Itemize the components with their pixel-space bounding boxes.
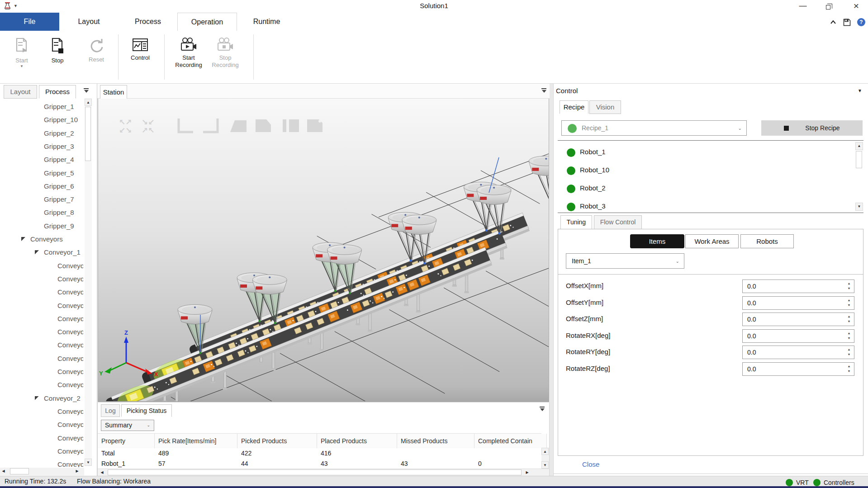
tree-item-conveyor_1[interactable]: Conveyor_1: [0, 246, 83, 259]
collapse-panel-icon[interactable]: ▼: [858, 88, 862, 93]
collapse-ribbon-icon[interactable]: [830, 19, 837, 25]
robot-row-robot_1[interactable]: Robot_1: [554, 144, 852, 162]
tree-item-gripper_5[interactable]: Gripper_5: [0, 166, 83, 180]
control-button[interactable]: Control: [126, 33, 155, 81]
segment-work-areas[interactable]: Work Areas: [685, 234, 739, 248]
tree-item-conveyo[interactable]: Conveyo: [0, 458, 83, 467]
robot-row-robot_2[interactable]: Robot_2: [554, 180, 852, 198]
spinner[interactable]: ▲▼: [846, 347, 852, 358]
field-input-rotaterzdeg[interactable]: 0.0▲▼: [742, 362, 854, 376]
ribbon-tab-operation[interactable]: Operation: [177, 13, 237, 31]
left-tab-process[interactable]: Process: [39, 85, 76, 99]
tuning-tab-flow-control[interactable]: Flow Control: [594, 215, 642, 229]
close-button[interactable]: ×: [846, 0, 867, 13]
spinner[interactable]: ▲▼: [846, 298, 852, 308]
table-vertical-scrollbar[interactable]: ▲ ▼: [541, 448, 549, 469]
robot-list-scrollbar[interactable]: ▲ ▼: [855, 142, 863, 211]
tree-item-conveyo[interactable]: Conveyo: [0, 378, 83, 391]
scroll-up-icon[interactable]: ▲: [85, 99, 92, 106]
tree-item-gripper_4[interactable]: Gripper_4: [0, 153, 83, 166]
tree-item-gripper_6[interactable]: Gripper_6: [0, 180, 83, 193]
tree-item-gripper_3[interactable]: Gripper_3: [0, 140, 83, 153]
tree-item-conveyo[interactable]: Conveyo: [0, 299, 83, 312]
tree-item-conveyo[interactable]: Conveyo: [0, 445, 83, 458]
tree-item-conveyo[interactable]: Conveyo: [0, 338, 83, 351]
ribbon-tab-file[interactable]: File: [0, 13, 59, 31]
tab-station[interactable]: Station: [100, 85, 127, 99]
recipe-selector[interactable]: Recipe_1 ⌄: [561, 120, 747, 136]
tree-item-conveyor_2[interactable]: Conveyor_2: [0, 392, 83, 405]
spinner[interactable]: ▲▼: [846, 281, 852, 292]
item-selector[interactable]: Item_1 ⌄: [566, 253, 684, 269]
expander-icon[interactable]: [21, 237, 25, 241]
ribbon-tab-process[interactable]: Process: [119, 13, 177, 31]
table-horizontal-scrollbar[interactable]: ◀ ▶: [98, 469, 549, 476]
bottom-tab-picking-status[interactable]: Picking Status: [121, 404, 172, 417]
ribbon-tab-layout[interactable]: Layout: [59, 13, 119, 31]
expander-icon[interactable]: [35, 396, 39, 400]
scroll-up-icon[interactable]: ▲: [855, 142, 863, 150]
tuning-tab-tuning[interactable]: Tuning: [560, 215, 592, 229]
stop-button[interactable]: Stop: [43, 33, 71, 81]
field-input-offsetxmm[interactable]: 0.0▲▼: [742, 280, 854, 293]
minimize-button[interactable]: —: [792, 0, 813, 13]
control-tab-recipe[interactable]: Recipe: [560, 100, 588, 114]
scroll-thumb[interactable]: [10, 468, 29, 474]
tree-item-gripper_7[interactable]: Gripper_7: [0, 193, 83, 206]
table-row[interactable]: Robot_1574443430: [98, 459, 541, 469]
stop-recipe-button[interactable]: Stop Recipe: [761, 120, 863, 136]
field-input-offsetymm[interactable]: 0.0▲▼: [742, 296, 854, 310]
tree-vertical-scrollbar[interactable]: ▲ ▼: [85, 99, 92, 466]
tree-item-gripper_2[interactable]: Gripper_2: [0, 127, 83, 140]
field-input-offsetzmm[interactable]: 0.0▲▼: [742, 313, 854, 326]
spinner[interactable]: ▲▼: [846, 331, 852, 341]
scroll-down-icon[interactable]: ▼: [541, 461, 549, 469]
segment-items[interactable]: Items: [630, 234, 684, 248]
bottom-tab-log[interactable]: Log: [101, 404, 120, 417]
station-3d-viewport[interactable]: ↖↗↙↘↘↙↗↖ ZXY: [98, 99, 549, 402]
tree-item-conveyo[interactable]: Conveyo: [0, 312, 83, 325]
left-tab-layout[interactable]: Layout: [4, 85, 37, 99]
scroll-left-icon[interactable]: ◀: [99, 469, 105, 476]
scroll-down-icon[interactable]: ▼: [855, 203, 863, 211]
scroll-up-icon[interactable]: ▲: [541, 448, 549, 455]
tree-item-gripper_1[interactable]: Gripper_1: [0, 100, 83, 113]
tree-item-gripper_9[interactable]: Gripper_9: [0, 219, 83, 232]
restore-button[interactable]: [818, 0, 839, 13]
field-input-rotaterxdeg[interactable]: 0.0▲▼: [742, 329, 854, 343]
tree-item-conveyo[interactable]: Conveyo: [0, 405, 83, 418]
tree-item-conveyo[interactable]: Conveyo: [0, 259, 83, 272]
bottom-panel-menu-icon[interactable]: [539, 406, 546, 412]
expander-icon[interactable]: [35, 250, 39, 254]
robot-row-robot_3[interactable]: Robot_3: [554, 198, 852, 216]
ribbon-tab-runtime[interactable]: Runtime: [237, 13, 296, 31]
tree-item-conveyo[interactable]: Conveyo: [0, 272, 83, 285]
tree-item-conveyo[interactable]: Conveyo: [0, 325, 83, 338]
tree-item-conveyo[interactable]: Conveyo: [0, 365, 83, 378]
scroll-thumb[interactable]: [108, 469, 522, 475]
robot-row-robot_10[interactable]: Robot_10: [554, 162, 852, 180]
save-icon[interactable]: [843, 19, 851, 26]
tree-item-gripper_8[interactable]: Gripper_8: [0, 206, 83, 219]
table-row[interactable]: Total489422416: [98, 448, 541, 459]
scroll-left-icon[interactable]: ◀: [0, 468, 7, 475]
scroll-thumb[interactable]: [856, 151, 862, 168]
tree-item-conveyo[interactable]: Conveyo: [0, 352, 83, 365]
segment-robots[interactable]: Robots: [740, 234, 794, 248]
scroll-thumb[interactable]: [85, 107, 91, 161]
scroll-right-icon[interactable]: ▶: [524, 469, 531, 476]
tree-item-gripper_10[interactable]: Gripper_10: [0, 113, 83, 126]
tree-horizontal-scrollbar[interactable]: ◀ ▶: [0, 468, 84, 475]
spinner[interactable]: ▲▼: [846, 314, 852, 325]
control-tab-vision[interactable]: Vision: [589, 100, 621, 114]
summary-selector[interactable]: Summary ⌄: [101, 420, 154, 431]
tree-item-conveyors[interactable]: Conveyors: [0, 232, 83, 246]
close-link[interactable]: Close: [582, 460, 599, 468]
field-input-rotaterydeg[interactable]: 0.0▲▼: [742, 346, 854, 359]
help-icon[interactable]: ?: [857, 18, 865, 26]
scroll-down-icon[interactable]: ▼: [85, 459, 92, 466]
start-recording-button[interactable]: StartRecording: [173, 33, 204, 81]
spinner[interactable]: ▲▼: [846, 364, 852, 374]
left-panel-menu-icon[interactable]: [83, 88, 90, 94]
scroll-right-icon[interactable]: ▶: [74, 468, 81, 475]
